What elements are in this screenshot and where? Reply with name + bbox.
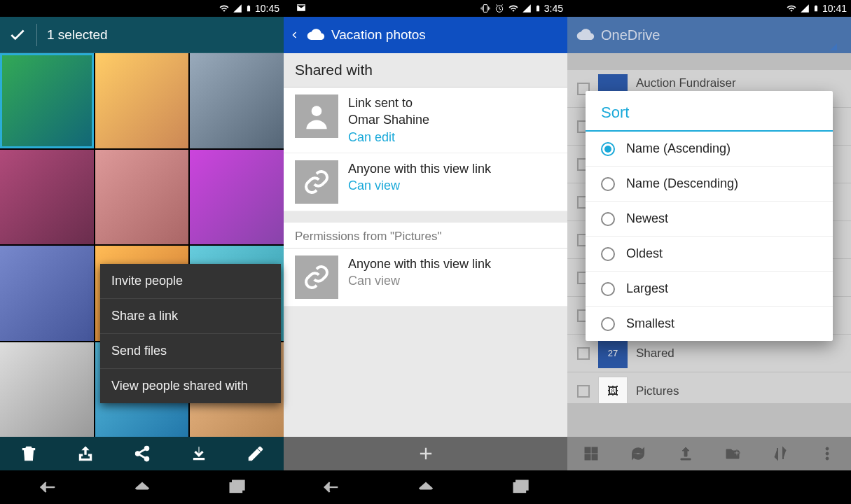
sort-option-label: Name (Ascending) bbox=[626, 141, 731, 156]
svg-rect-1 bbox=[233, 481, 244, 490]
app-bar: OneDrive bbox=[567, 17, 851, 53]
svg-rect-6 bbox=[516, 481, 527, 490]
photo-grid: Invite people Share a link Send files Vi… bbox=[0, 53, 284, 437]
signal-icon bbox=[522, 4, 532, 13]
share-row-inherited[interactable]: Anyone with this view link Can view bbox=[284, 248, 567, 307]
share-permission: Can view bbox=[348, 272, 556, 289]
home-icon[interactable] bbox=[132, 477, 152, 497]
download-icon[interactable] bbox=[190, 444, 208, 463]
share-permission: Can edit bbox=[348, 129, 556, 146]
vibrate-icon bbox=[480, 3, 491, 14]
photo-thumb[interactable] bbox=[95, 150, 189, 245]
new-folder-icon[interactable] bbox=[724, 445, 741, 462]
file-toolbar bbox=[567, 437, 851, 470]
sort-option-oldest[interactable]: Oldest bbox=[586, 237, 833, 272]
share-context-menu: Invite people Share a link Send files Vi… bbox=[100, 264, 281, 403]
signal-icon bbox=[233, 4, 242, 13]
home-icon[interactable] bbox=[416, 477, 436, 497]
share-permission: Can view bbox=[348, 177, 556, 194]
menu-item-view-shared[interactable]: View people shared with bbox=[100, 369, 281, 403]
recents-icon[interactable] bbox=[511, 477, 530, 497]
radio-icon bbox=[601, 142, 615, 156]
back-icon[interactable] bbox=[38, 477, 57, 497]
photo-thumb[interactable] bbox=[0, 53, 94, 148]
status-bar: 10:41 bbox=[567, 0, 851, 17]
menu-item-share-link[interactable]: Share a link bbox=[100, 299, 281, 334]
link-icon bbox=[295, 160, 338, 204]
selection-action-bar: 1 selected bbox=[0, 17, 284, 53]
wifi-icon bbox=[219, 4, 230, 13]
share-body: Shared with Link sent to Omar Shahine Ca… bbox=[284, 53, 567, 437]
radio-icon bbox=[601, 212, 615, 226]
delete-icon[interactable] bbox=[20, 444, 38, 463]
share-line1: Anyone with this view link bbox=[348, 160, 556, 177]
sort-option-label: Newest bbox=[626, 211, 668, 226]
sort-option-smallest[interactable]: Smallest bbox=[586, 307, 833, 341]
share-icon[interactable] bbox=[133, 444, 151, 463]
spacer bbox=[284, 307, 567, 437]
svg-rect-10 bbox=[592, 454, 597, 460]
inherited-permissions-header: Permissions from "Pictures" bbox=[284, 211, 567, 248]
spinner-indicator-icon bbox=[830, 43, 837, 50]
status-time: 3:45 bbox=[544, 3, 563, 14]
add-share-bar[interactable] bbox=[284, 437, 567, 470]
recents-icon[interactable] bbox=[227, 477, 247, 497]
svg-rect-9 bbox=[585, 454, 590, 460]
link-icon bbox=[295, 255, 338, 299]
menu-item-send-files[interactable]: Send files bbox=[100, 334, 281, 369]
battery-icon bbox=[245, 3, 252, 14]
back-chevron-icon[interactable] bbox=[291, 28, 299, 42]
screen-sort-dialog: 10:41 OneDrive Auction Fundraiser 748 KB… bbox=[567, 0, 851, 504]
photo-thumb[interactable] bbox=[0, 342, 94, 438]
screen-shared-with: 3:45 Vacation photos Shared with Link se… bbox=[284, 0, 567, 504]
share-line2: Omar Shahine bbox=[348, 111, 556, 128]
edit-icon[interactable] bbox=[247, 444, 265, 463]
svg-point-13 bbox=[826, 457, 829, 460]
radio-icon bbox=[601, 177, 615, 191]
radio-icon bbox=[601, 247, 615, 261]
nav-bar bbox=[284, 470, 567, 504]
shared-label: Shared bbox=[636, 346, 674, 360]
svg-rect-7 bbox=[585, 447, 590, 453]
plus-icon bbox=[416, 444, 436, 463]
photo-thumb[interactable] bbox=[95, 53, 189, 148]
photo-thumb[interactable] bbox=[190, 53, 284, 148]
share-row-person[interactable]: Link sent to Omar Shahine Can edit bbox=[284, 88, 567, 153]
menu-item-invite[interactable]: Invite people bbox=[100, 264, 281, 299]
status-time: 10:41 bbox=[822, 3, 847, 14]
file-row-pictures: 🖼 Pictures bbox=[567, 372, 851, 403]
selection-count: 1 selected bbox=[47, 27, 108, 43]
done-icon[interactable] bbox=[8, 26, 27, 44]
pictures-icon: 🖼 bbox=[598, 377, 628, 404]
overflow-icon[interactable] bbox=[819, 445, 836, 462]
svg-point-4 bbox=[312, 106, 322, 116]
selection-toolbar bbox=[0, 437, 284, 470]
sort-icon[interactable] bbox=[772, 445, 789, 462]
svg-rect-8 bbox=[592, 447, 597, 453]
status-bar: 3:45 bbox=[284, 0, 567, 17]
sort-option-name-asc[interactable]: Name (Ascending) bbox=[586, 132, 833, 167]
svg-rect-2 bbox=[483, 5, 487, 13]
photo-thumb[interactable] bbox=[190, 150, 284, 245]
sort-option-label: Oldest bbox=[626, 246, 663, 261]
wifi-icon bbox=[508, 4, 519, 13]
status-bar: 10:45 bbox=[0, 0, 284, 17]
nav-bar bbox=[0, 470, 284, 504]
page-title: Vacation photos bbox=[331, 27, 426, 43]
onedrive-cloud-icon bbox=[574, 28, 595, 42]
back-icon[interactable] bbox=[321, 477, 341, 497]
shared-with-header: Shared with bbox=[284, 53, 567, 88]
svg-point-11 bbox=[826, 447, 829, 450]
upload-icon[interactable] bbox=[677, 445, 694, 462]
photo-thumb[interactable] bbox=[0, 150, 94, 245]
refresh-icon[interactable] bbox=[630, 445, 646, 462]
share-row-link[interactable]: Anyone with this view link Can view bbox=[284, 153, 567, 211]
sort-option-label: Name (Descending) bbox=[626, 176, 738, 191]
sort-option-newest[interactable]: Newest bbox=[586, 202, 833, 237]
sort-option-name-desc[interactable]: Name (Descending) bbox=[586, 167, 833, 202]
photo-thumb[interactable] bbox=[0, 246, 94, 341]
sort-option-largest[interactable]: Largest bbox=[586, 272, 833, 307]
save-to-folder-icon[interactable] bbox=[76, 444, 95, 463]
grid-view-icon[interactable] bbox=[583, 445, 600, 462]
wifi-icon bbox=[786, 4, 797, 13]
